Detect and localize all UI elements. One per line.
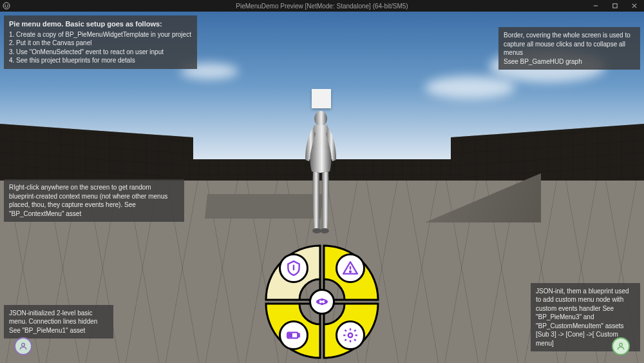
hud-instructions-line: 4. See this project blueprints for more … [9, 56, 192, 65]
svg-point-8 [22, 343, 25, 346]
svg-point-19 [321, 299, 323, 300]
maximize-button[interactable] [605, 0, 625, 12]
game-viewport[interactable]: Pie menu demo. Basic setup goes as follo… [0, 12, 644, 363]
hud-instructions: Pie menu demo. Basic setup goes as follo… [4, 15, 197, 69]
svg-point-15 [348, 333, 353, 338]
pie-menu-center[interactable] [309, 289, 335, 315]
window-controls [586, 0, 644, 12]
user-icon [616, 342, 625, 351]
hud-border-info: Border, covering the whole screen is use… [498, 27, 640, 70]
user-icon [19, 342, 28, 351]
avatar-button-left[interactable] [14, 337, 32, 355]
minimize-button[interactable] [586, 0, 605, 12]
avatar-button-right[interactable] [612, 337, 630, 355]
svg-point-7 [320, 228, 329, 233]
gear-icon [342, 327, 359, 344]
pie-menu [261, 240, 383, 363]
svg-point-6 [312, 228, 321, 233]
scene-cube-marker [312, 89, 331, 108]
mesh-icon [315, 295, 329, 309]
hud-border-line: Border, covering the whole screen is use… [504, 31, 635, 57]
svg-point-17 [317, 301, 319, 302]
window-title: PieMenuDemo Preview [NetMode: Standalone… [0, 3, 644, 10]
hud-instructions-line: 3. Use "OnMenuSelected" event to react o… [9, 48, 192, 57]
hud-border-line: Ssee BP_GameHUD graph [504, 57, 635, 66]
hud-piemenu1-info: JSON-initialized 2-level basic menu. Con… [4, 305, 113, 339]
title-bar: PieMenuDemo Preview [NetMode: Standalone… [0, 0, 644, 12]
app-window: PieMenuDemo Preview [NetMode: Standalone… [0, 0, 644, 363]
cloud [425, 76, 515, 99]
hud-instructions-line: 2. Put it on the Canvas panel [9, 39, 192, 48]
svg-point-5 [314, 111, 327, 126]
svg-rect-2 [613, 4, 617, 8]
hud-instructions-title: Pie menu demo. Basic setup goes as follo… [9, 19, 192, 29]
hud-instructions-line: 1. Create a copy of BP_PieMenuWidgetTemp… [9, 30, 192, 39]
svg-point-9 [620, 343, 623, 346]
hud-contextmenu-info: RIght-click anywhere on the screen to ge… [4, 179, 184, 222]
svg-point-18 [325, 301, 326, 302]
close-button[interactable] [625, 0, 644, 12]
svg-point-20 [321, 303, 323, 304]
pie-slice-icon-wrap [336, 320, 365, 350]
player-mannequin [298, 108, 344, 237]
